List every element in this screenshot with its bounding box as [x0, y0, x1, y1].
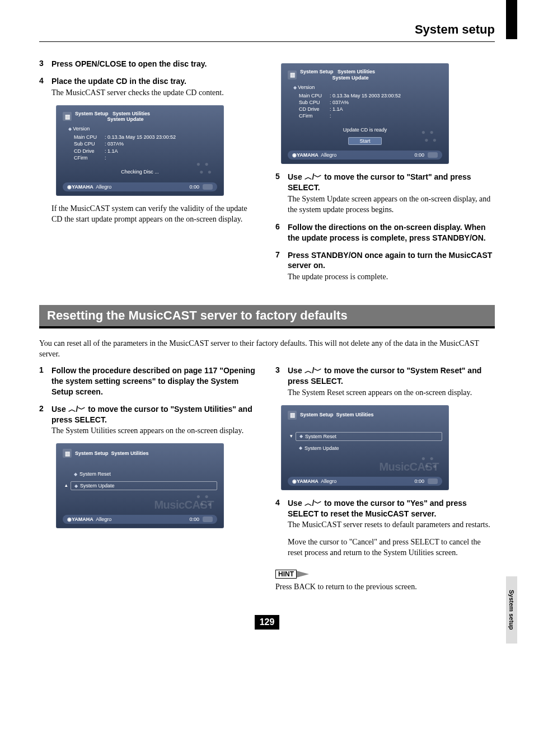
- step-text: Use ︿/﹀ to move the cursor to "Yes" and …: [288, 498, 495, 519]
- osd-handle-icon: [428, 152, 438, 158]
- step-6: 6 Follow the directions on the on-screen…: [275, 222, 495, 243]
- watermark-dots-icon: ● ● ● ●: [421, 454, 438, 470]
- step-subtext: The MusicCAST server resets to default p…: [288, 520, 495, 530]
- menu-item-system-reset[interactable]: ◆System Reset: [296, 432, 442, 441]
- step-number: 3: [39, 59, 51, 69]
- bottom-columns: 1 Follow the procedure described on page…: [39, 365, 495, 598]
- watermark-dots-icon: ● ● ● ●: [421, 128, 438, 144]
- osd-start-button[interactable]: Start: [348, 137, 382, 145]
- step-subtext: The System Reset screen appears on the o…: [288, 388, 495, 398]
- osd-status: Checking Disc ...: [74, 167, 206, 177]
- osd-version-rows: Main CPU: 0.13.3a May 15 2003 23:00:52 S…: [74, 134, 217, 161]
- osd-status: Update CD is ready: [299, 125, 431, 135]
- bottom-right-col: 3 Use ︿/﹀ to move the cursor to "System …: [275, 365, 495, 598]
- step-text: Follow the directions on the on-screen d…: [288, 222, 495, 243]
- step-text: Place the update CD in the disc tray.: [51, 76, 259, 87]
- header-rule: [39, 41, 495, 42]
- step-text: Press STANDBY/ON once again to turn the …: [288, 250, 495, 271]
- cancel-note: Move the cursor to "Cancel" and press SE…: [288, 537, 495, 558]
- up-down-arrows-icon: ︿/﹀: [68, 405, 86, 414]
- step-text: Use ︿/﹀ to move the cursor to "System Re…: [288, 365, 495, 387]
- hint-label: HINT: [275, 570, 297, 579]
- osd-section: Version: [68, 126, 217, 132]
- step-subtext: The System Update screen appears on the …: [288, 194, 495, 215]
- osd-system-utilities-a: ▥ System Setup System Utilities ◆System …: [56, 443, 224, 528]
- breadcrumb: System Update: [107, 116, 144, 122]
- down-arrow-icon: ▾: [290, 433, 293, 439]
- step-5: 5 Use ︿/﹀ to move the cursor to "Start" …: [275, 172, 495, 215]
- top-left-col: 3 Press OPEN/CLOSE to open the disc tray…: [39, 59, 259, 289]
- osd-system-utilities-b: ▥ System Setup System Utilities ▾ ◆Syste…: [281, 405, 449, 490]
- top-right-col: ▥ System Setup System Utilities System U…: [275, 59, 495, 289]
- step-subtext: The MusicCAST server checks the update C…: [51, 88, 259, 98]
- step-1b: 1 Follow the procedure described on page…: [39, 365, 259, 397]
- menu-item-system-reset[interactable]: ◆System Reset: [71, 470, 217, 478]
- step-3b: 3 Use ︿/﹀ to move the cursor to "System …: [275, 365, 495, 398]
- step-number: 6: [275, 222, 288, 243]
- step-4b: 4 Use ︿/﹀ to move the cursor to "Yes" an…: [275, 498, 495, 531]
- up-down-arrows-icon: ︿/﹀: [305, 366, 322, 375]
- osd-footer: ◉YAMAHA Allegro 0:00: [288, 151, 442, 159]
- osd-time: 0:00: [189, 184, 199, 190]
- breadcrumb: System Utilities: [338, 69, 375, 74]
- page-title: System setup: [39, 22, 495, 37]
- top-columns: 3 Press OPEN/CLOSE to open the disc tray…: [39, 59, 495, 289]
- osd-track: Allegro: [321, 152, 336, 158]
- breadcrumb: System Setup: [75, 450, 109, 456]
- osd-footer: ◉YAMAHA Allegro 0:00: [288, 477, 442, 486]
- osd-time: 0:00: [189, 516, 199, 522]
- page-number: 129: [255, 615, 279, 630]
- diamond-icon: ◆: [299, 434, 303, 439]
- step-text: Follow the procedure described on page 1…: [51, 365, 259, 397]
- osd-handle-icon: [203, 516, 213, 522]
- step-text: Use ︿/﹀ to move the cursor to "Start" an…: [288, 172, 495, 193]
- step-number: 7: [275, 250, 288, 283]
- step-text: Use ︿/﹀ to move the cursor to "System Ut…: [51, 404, 259, 425]
- osd-track: Allegro: [321, 478, 336, 484]
- step-3: 3 Press OPEN/CLOSE to open the disc tray…: [39, 59, 259, 69]
- breadcrumb: System Utilities: [113, 111, 150, 116]
- osd-update-ready: ▥ System Setup System Utilities System U…: [281, 63, 449, 164]
- step-7: 7 Press STANDBY/ON once again to turn th…: [275, 250, 495, 283]
- osd-brand: ◉YAMAHA: [292, 152, 318, 158]
- osd-time: 0:00: [414, 478, 424, 484]
- diamond-icon: ◆: [74, 472, 77, 477]
- breadcrumb: System Utilities: [336, 412, 374, 417]
- osd-version-rows: Main CPU: 0.13.3a May 15 2003 23:00:52 S…: [299, 92, 442, 120]
- step-subtext: The System Utilities screen appears on t…: [51, 426, 259, 436]
- breadcrumb: System Update: [332, 75, 369, 81]
- up-arrow-icon: ▴: [65, 482, 68, 488]
- step-number: 4: [275, 498, 288, 531]
- step-number: 5: [275, 172, 288, 215]
- section-band: Resetting the MusicCAST server to factor…: [39, 305, 495, 328]
- breadcrumb: System Setup: [75, 111, 109, 116]
- step-number: 2: [39, 404, 51, 437]
- step-2b: 2 Use ︿/﹀ to move the cursor to "System …: [39, 404, 259, 437]
- watermark-dots-icon: ● ● ● ●: [196, 160, 213, 176]
- osd-icon: ▥: [288, 71, 297, 79]
- side-tab-label: System setup: [508, 590, 515, 630]
- osd-handle-icon: [428, 478, 438, 484]
- breadcrumb: System Utilities: [111, 450, 149, 456]
- hint-text: Press BACK to return to the previous scr…: [275, 582, 495, 593]
- watermark-dots-icon: ● ● ● ●: [196, 492, 213, 508]
- osd-section: Version: [293, 84, 442, 90]
- diamond-icon: ◆: [74, 483, 78, 489]
- osd-handle-icon: [203, 184, 213, 190]
- up-down-arrows-icon: ︿/﹀: [305, 499, 322, 508]
- side-tab: System setup: [506, 576, 517, 644]
- step-number: 4: [39, 76, 51, 98]
- menu-item-system-update[interactable]: ◆System Update: [296, 444, 442, 452]
- hint-badge: HINT: [275, 570, 309, 579]
- osd-track: Allegro: [96, 516, 111, 522]
- step-4: 4 Place the update CD in the disc tray. …: [39, 76, 259, 98]
- intro-text: You can reset all of the parameters in t…: [39, 339, 495, 360]
- osd-icon: ▥: [63, 112, 72, 121]
- menu-item-system-update[interactable]: ◆System Update: [71, 481, 217, 490]
- step-number: 1: [39, 365, 51, 397]
- left-note: If the MusicCAST system can verify the v…: [51, 204, 259, 225]
- bottom-left-col: 1 Follow the procedure described on page…: [39, 365, 259, 598]
- osd-checking-disc: ▥ System Setup System Utilities System U…: [56, 105, 224, 196]
- hint-arrow-icon: [297, 571, 309, 577]
- section-title: Resetting the MusicCAST server to factor…: [39, 305, 495, 326]
